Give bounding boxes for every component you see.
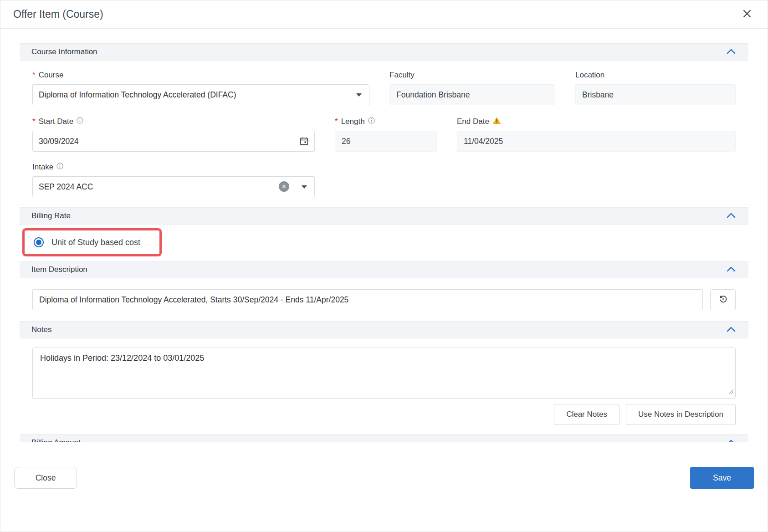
- modal-body: Course Information *Course: [0, 29, 768, 442]
- radio-selected-icon[interactable]: [34, 237, 44, 247]
- item-description-content: [20, 278, 748, 321]
- collapse-button[interactable]: [726, 212, 737, 220]
- section-title: Billing Rate: [31, 211, 71, 220]
- section-title: Notes: [31, 325, 51, 334]
- chevron-up-icon: [727, 213, 736, 220]
- modal-header: Offer Item (Course): [0, 0, 768, 29]
- close-button-footer[interactable]: Close: [14, 467, 77, 489]
- course-select[interactable]: [32, 84, 369, 105]
- end-date-field: 11/04/2025: [457, 131, 736, 152]
- billing-rate-content: Unit of Study based cost: [20, 225, 748, 261]
- close-button[interactable]: [740, 7, 754, 22]
- required-marker: *: [32, 71, 36, 80]
- chevron-down-icon[interactable]: [356, 93, 362, 97]
- chevron-up-icon: [727, 440, 736, 443]
- unit-of-study-radio[interactable]: Unit of Study based cost: [34, 237, 140, 247]
- section-header-item-description[interactable]: Item Description: [20, 261, 748, 278]
- notes-content: Holidays in Period: 23/12/2024 to 03/01/…: [20, 338, 748, 434]
- info-icon[interactable]: [77, 117, 83, 126]
- start-date-label: *Start Date: [32, 116, 315, 127]
- radio-label: Unit of Study based cost: [51, 238, 140, 247]
- regenerate-description-button[interactable]: [710, 289, 736, 310]
- chevron-down-icon[interactable]: [302, 185, 307, 189]
- section-title: Item Description: [31, 265, 87, 274]
- course-label: *Course: [32, 70, 369, 81]
- required-marker: *: [335, 117, 338, 126]
- refresh-icon: [718, 294, 728, 306]
- info-icon[interactable]: [56, 163, 63, 172]
- calendar-icon[interactable]: [299, 136, 309, 148]
- annotation-highlight-box: Unit of Study based cost: [22, 228, 162, 256]
- chevron-up-icon: [727, 49, 736, 56]
- close-icon: [742, 9, 752, 20]
- warning-icon: [492, 117, 501, 127]
- location-label: Location: [575, 70, 736, 81]
- section-header-billing-rate[interactable]: Billing Rate: [20, 207, 748, 225]
- clear-icon[interactable]: ✕: [279, 181, 289, 192]
- page-title: Offer Item (Course): [13, 8, 103, 20]
- collapse-button[interactable]: [726, 439, 737, 443]
- section-title: Course Information: [31, 47, 97, 56]
- intake-label: Intake: [32, 162, 315, 173]
- resize-handle-icon[interactable]: [728, 388, 734, 396]
- offer-item-modal: Offer Item (Course) Course Information *…: [0, 0, 768, 532]
- section-header-course-information[interactable]: Course Information: [20, 43, 748, 61]
- chevron-up-icon: [727, 327, 736, 333]
- chevron-up-icon: [727, 266, 736, 273]
- notes-textarea[interactable]: Holidays in Period: 23/12/2024 to 03/01/…: [32, 348, 736, 399]
- collapse-button[interactable]: [726, 266, 737, 274]
- end-date-label: End Date: [457, 116, 736, 127]
- info-icon[interactable]: [368, 117, 375, 126]
- length-label: *Length: [335, 116, 437, 127]
- save-button[interactable]: Save: [690, 467, 754, 489]
- intake-select[interactable]: [32, 176, 315, 197]
- required-marker: *: [32, 117, 36, 126]
- length-field: 26: [335, 131, 437, 152]
- faculty-label: Faculty: [389, 70, 555, 81]
- course-information-content: *Course Faculty Foundation Brisbane Loca…: [20, 61, 748, 207]
- section-header-billing-amount[interactable]: Billing Amount: [20, 434, 748, 442]
- section-header-notes[interactable]: Notes: [20, 321, 748, 338]
- collapse-button[interactable]: [726, 326, 737, 334]
- section-title: Billing Amount: [31, 438, 81, 442]
- faculty-field: Foundation Brisbane: [389, 84, 555, 105]
- item-description-input[interactable]: [32, 289, 703, 310]
- use-notes-in-description-button[interactable]: Use Notes in Description: [626, 404, 736, 425]
- modal-footer: Close Save: [0, 467, 768, 489]
- clear-notes-button[interactable]: Clear Notes: [554, 404, 620, 425]
- location-field: Brisbane: [575, 84, 736, 105]
- collapse-button[interactable]: [726, 48, 737, 56]
- start-date-input[interactable]: [32, 131, 315, 152]
